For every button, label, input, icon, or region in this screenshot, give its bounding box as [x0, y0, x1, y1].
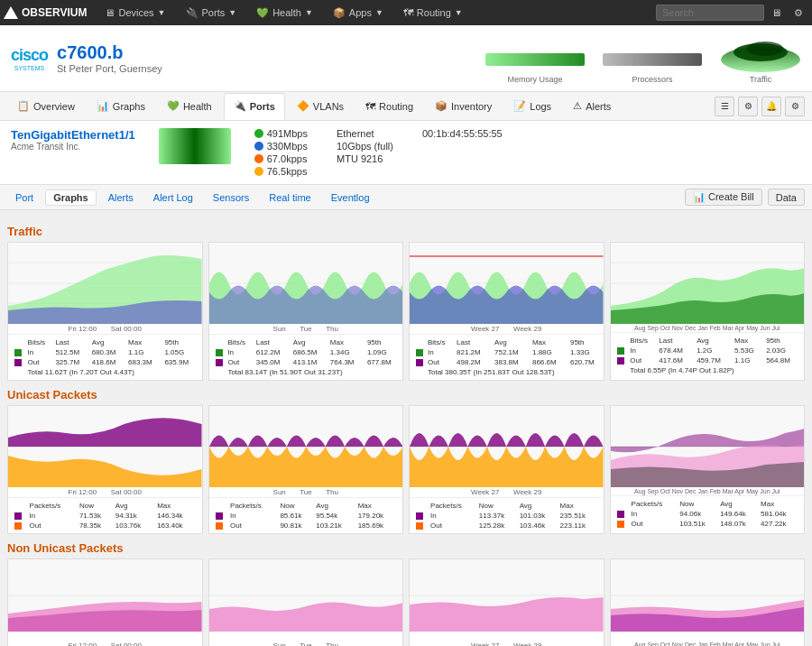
tab-list-btn[interactable]: ☰ [715, 97, 734, 116]
unicast-month-legend: Packets/sNowAvgMax In113.37k101.03k235.5… [413, 500, 600, 531]
port-name: TenGigabitEthernet1/1 [11, 128, 135, 142]
port-type: Ethernet [337, 128, 393, 139]
unicast-week-footer: Packets/sNowAvgMax In85.61k95.54k179.20k… [209, 497, 403, 533]
traffic-chart-year-footer: Bits/sLastAvgMax95th In678.4M1.2G5.53G2.… [611, 332, 805, 378]
device-info: c7600.b St Peter Port, Guernsey [57, 42, 162, 74]
traffic-chart-week: Sun Tue Thu Bits/sLastAvgMax95th In612.2… [208, 242, 404, 381]
uout-legend [14, 522, 22, 530]
port-tab-actions: 📊 Create Bill Data [685, 189, 805, 206]
traffic-svg-year [611, 243, 805, 324]
nav-routing[interactable]: 🗺 Routing ▼ [394, 0, 472, 25]
speed3: 67.0kpps [254, 153, 308, 164]
port-tab-port[interactable]: Port [7, 189, 42, 206]
memory-usage-stat: Memory Usage [485, 46, 585, 84]
nonunicast-svg-2day [8, 559, 202, 632]
tab-graphs[interactable]: 📊 Graphs [87, 93, 155, 120]
tab-vlans[interactable]: 🔶 VLANs [287, 93, 354, 120]
in-legend-m [416, 349, 423, 356]
traffic-title: Traffic [7, 225, 805, 238]
memory-label: Memory Usage [485, 75, 585, 84]
cisco-text: cisco [11, 46, 48, 65]
uout-y [617, 521, 624, 528]
svg-point-4 [747, 42, 783, 56]
port-tab-graphs[interactable]: Graphs [45, 189, 97, 206]
nonunicast-section: Non Unicast Packets Fri 12:00 Sat 00:00 … [7, 541, 805, 646]
port-duplex: 10Gbps (full) [337, 141, 393, 152]
nonunicast-chart-week: Sun Tue Thu Packets/secNowAvgMax Broadca… [208, 558, 404, 646]
nonunicast-chart-2day: Fri 12:00 Sat 00:00 Packets/secNowAvgMax… [7, 558, 203, 646]
svg-rect-1 [603, 53, 702, 66]
overview-icon: 📋 [17, 100, 30, 112]
cisco-logo: cisco SYSTEMS [11, 46, 48, 71]
nonunicast-month-timelabel: Week 27 Week 29 [410, 641, 604, 646]
traffic-graph [720, 32, 801, 73]
health-icon: 💚 [256, 7, 269, 19]
port-tab-alerts[interactable]: Alerts [100, 189, 142, 206]
processor-stat: Processors [603, 46, 702, 84]
traffic-label: Traffic [720, 75, 801, 84]
search-input[interactable] [656, 5, 764, 21]
speed-out-dot [254, 142, 263, 151]
settings-icon-btn[interactable]: ⚙ [789, 0, 808, 25]
tab-bell-btn[interactable]: 🔔 [761, 97, 781, 116]
unicast-svg-week [209, 406, 403, 487]
unicast-year-legend: Packets/sNowAvgMax In94.06k149.64k581.04… [614, 498, 801, 530]
svg-rect-0 [485, 53, 585, 66]
nav-devices[interactable]: 🖥 Devices ▼ [96, 0, 174, 25]
data-button[interactable]: Data [768, 189, 805, 206]
tab-settings2-btn[interactable]: ⚙ [785, 97, 805, 116]
unicast-chart-month-graph [410, 406, 604, 487]
nonunicast-chart-year: Aug Sep Oct Nov Dec Jan Feb Mar Apr May … [610, 558, 806, 646]
graphs-icon: 📊 [97, 100, 109, 112]
port-tab-alertlog[interactable]: Alert Log [145, 189, 201, 206]
create-bill-button[interactable]: 📊 Create Bill [685, 189, 762, 206]
nav-apps[interactable]: 📦 Apps ▼ [324, 0, 392, 25]
traffic-week-legend: Bits/sLastAvgMax95th In612.2M686.5M1.34G… [213, 337, 400, 378]
routing-icon: 🗺 [403, 7, 413, 18]
tab-logs[interactable]: 📝 Logs [503, 93, 561, 120]
unicast-2day-legend: Packets/sNowAvgMax In71.53k94.31k146.34k… [12, 500, 198, 531]
devices-icon: 🖥 [105, 7, 115, 18]
tab-action-icons: ☰ ⚙ 🔔 ⚙ [715, 97, 805, 116]
tab-alerts[interactable]: ⚠ Alerts [563, 93, 621, 120]
tab-inventory[interactable]: 📦 Inventory [425, 93, 502, 120]
speed4: 76.5kpps [254, 166, 308, 177]
nav-health[interactable]: 💚 Health ▼ [247, 0, 322, 25]
tab-overview[interactable]: 📋 Overview [7, 93, 85, 120]
traffic-chart-month-timelabel: Week 27 Week 29 [410, 324, 604, 334]
device-header: cisco SYSTEMS c7600.b St Peter Port, Gue… [0, 25, 812, 92]
port-tab-realtime[interactable]: Real time [261, 189, 318, 206]
in-legend-y [617, 347, 624, 355]
unicast-chart-month: Week 27 Week 29 Packets/sNowAvgMax In113… [409, 405, 604, 534]
uout-m [416, 522, 423, 530]
nonunicast-year-timelabel: Aug Sep Oct Nov Dec Jan Feb Mar Apr May … [611, 641, 805, 646]
unicast-svg-month [410, 406, 604, 487]
speed-in-dot [254, 129, 263, 138]
tab-gear-btn[interactable]: ⚙ [738, 97, 758, 116]
unicast-month-timelabel: Week 27 Week 29 [410, 487, 604, 497]
tab-routing[interactable]: 🗺 Routing [355, 93, 423, 120]
routing-caret: ▼ [455, 8, 463, 17]
unicast-section: Unicast Packets Fri 12:00 Sat 00:00 [7, 388, 805, 534]
uin-y [617, 511, 624, 518]
port-tab-sensors[interactable]: Sensors [205, 189, 257, 206]
nonunicast-chart-2day-graph [8, 559, 202, 641]
nav-ports[interactable]: 🔌 Ports ▼ [177, 0, 246, 25]
traffic-svg-2day [8, 243, 202, 324]
speed3-value: 67.0kpps [267, 153, 308, 164]
out-legend [14, 359, 22, 366]
tab-ports[interactable]: 🔌 Ports [224, 93, 285, 120]
traffic-section: Traffic Fri 12:00 Sat [7, 225, 805, 381]
apps-caret: ▼ [375, 8, 383, 17]
speed-in: 491Mbps [254, 128, 308, 139]
screen-icon-btn[interactable]: 🖥 [766, 0, 787, 25]
out-legend-w [216, 359, 223, 366]
apps-icon: 📦 [333, 7, 346, 19]
port-tab-eventlog[interactable]: Eventlog [323, 189, 378, 206]
tab-health[interactable]: 💚 Health [157, 93, 222, 120]
speed-out: 330Mbps [254, 141, 308, 152]
unicast-year-timelabel: Aug Sep Oct Nov Dec Jan Feb Mar Apr May … [611, 487, 805, 495]
nonunicast-2day-timelabel: Fri 12:00 Sat 00:00 [8, 641, 202, 646]
port-mac-area: 00:1b:d4:55:55:55 [422, 128, 503, 139]
nonunicast-chart-month-graph [410, 559, 604, 641]
